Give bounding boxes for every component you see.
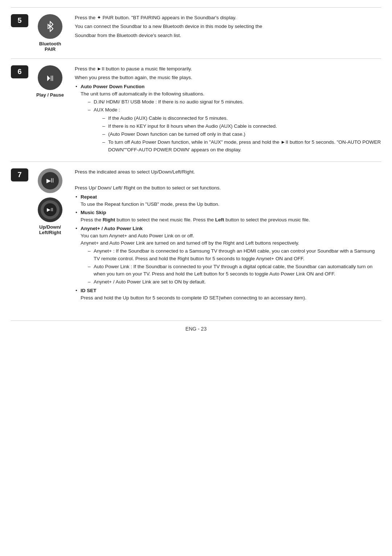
- section-number-5: 5: [11, 14, 28, 27]
- auto-power-subs: D.IN/ HDMI/ BT/ USB Mode : If there is n…: [86, 98, 381, 154]
- section-icon-6: ⏯ Play / Pause: [32, 65, 68, 155]
- updown-label: Up/Down/ Left/Right: [39, 224, 61, 235]
- section-6: 6 ⏯ Play / Pause Press the ►II button to…: [11, 58, 381, 162]
- anynet-sub3: Anynet+ / Auto Power Link are set to ON …: [86, 278, 381, 286]
- section-5-content: Press the ✦ PAIR button. "BT PAIRING app…: [75, 14, 381, 52]
- playpause-label: Play / Pause: [36, 92, 64, 98]
- footer-text: ENG - 23: [185, 326, 207, 332]
- section7-bullets: Repeat To use the Repeat function in "US…: [75, 193, 381, 302]
- updown-second-row: ▶II: [38, 197, 62, 222]
- repeat-text: To use the Repeat function in "USB" mode…: [81, 201, 220, 207]
- section-5: 5 Bluetooth PAIR Press the ✦ PAIR button…: [11, 7, 381, 58]
- disc-core: ▶II: [44, 203, 57, 216]
- sub-din: D.IN/ HDMI/ BT/ USB Mode : If there is n…: [86, 98, 381, 106]
- disc-symbol: ▶II: [47, 207, 53, 212]
- anynet-subs: Anynet+ : If the Soundbar is connected t…: [86, 248, 381, 286]
- playpause-symbol: ⏯: [45, 72, 55, 83]
- subsub-key: If there is no KEY input for 8 hours whe…: [101, 123, 381, 130]
- bullet-label: Auto Power Down Function: [81, 84, 144, 89]
- bullet-anynet: Anynet+ / Auto Power Link You can turn A…: [75, 225, 381, 286]
- section-6-content: Press the ►II button to pause a music fi…: [75, 65, 381, 155]
- idset-text: Press and hold the Up button for 5 secon…: [81, 295, 306, 301]
- subsub-turn-off: To turn off Auto Power Down function, wh…: [101, 139, 381, 154]
- section5-text3: Soundbar from the Bluetooth device's sea…: [75, 32, 381, 39]
- bullet-music-skip: Music Skip Press the Right button to sel…: [75, 209, 381, 224]
- section6-bullets: Auto Power Down Function The unit turns …: [75, 83, 381, 154]
- anynet-sub2: Auto Power Link : If the Soundbar is con…: [86, 263, 381, 278]
- outer-circle: ▶II: [38, 168, 62, 193]
- bluetooth-pair-label: Bluetooth PAIR: [39, 41, 61, 52]
- inner-play-symbol: ▶II: [46, 177, 54, 184]
- section-number-7: 7: [11, 168, 28, 181]
- anynet-text1: You can turn Anynet+ and Auto Power Link…: [81, 233, 194, 238]
- anynet-text2: Anynet+ and Auto Power Link are turned o…: [81, 240, 299, 246]
- music-skip-text: Press the Right button to select the nex…: [81, 217, 310, 222]
- anynet-label: Anynet+ / Auto Power Link: [81, 226, 143, 231]
- updown-icons-row: ▶II: [38, 168, 62, 193]
- section6-intro2: When you press the button again, the mus…: [75, 74, 381, 81]
- sub-aux: AUX Mode : If the Audio (AUX) Cable is d…: [86, 106, 381, 154]
- bullet-id-set: ID SET Press and hold the Up button for …: [75, 287, 381, 302]
- section5-text2: You can connect the Soundbar to a new Bl…: [75, 23, 381, 30]
- auto-power-text: The unit turns off automatically in the …: [81, 91, 204, 97]
- disc-inner: ▶II: [41, 200, 60, 219]
- aux-subsubs: If the Audio (AUX) Cable is disconnected…: [101, 115, 381, 154]
- bluetooth-svg: [44, 21, 56, 32]
- bullet-auto-power-down: Auto Power Down Function The unit turns …: [75, 83, 381, 154]
- section-7: 7 ▶II ▶II Up/Down/ Left/Right: [11, 162, 381, 310]
- section-number-6: 6: [11, 65, 28, 78]
- subsub-cable: If the Audio (AUX) Cable is disconnected…: [101, 115, 381, 122]
- anynet-sub1: Anynet+ : If the Soundbar is connected t…: [86, 248, 381, 262]
- section7-press: Press Up/ Down/ Left/ Right on the butto…: [75, 184, 381, 192]
- section-7-content: Press the indicated areas to select Up/D…: [75, 168, 381, 303]
- page-footer: ENG - 23: [11, 320, 381, 332]
- section6-intro1: Press the ►II button to pause a music fi…: [75, 65, 381, 73]
- disc-outer: ▶II: [38, 197, 62, 222]
- bluetooth-pair-icon: [38, 14, 62, 39]
- bullet-repeat: Repeat To use the Repeat function in "US…: [75, 193, 381, 208]
- music-skip-label: Music Skip: [81, 210, 106, 215]
- section-icon-7: ▶II ▶II Up/Down/ Left/Right: [32, 168, 68, 303]
- idset-label: ID SET: [81, 288, 97, 293]
- inner-circle: ▶II: [41, 172, 59, 189]
- section-icon-5: Bluetooth PAIR: [32, 14, 68, 52]
- section7-indicated: Press the indicated areas to select Up/D…: [75, 168, 381, 176]
- playpause-icon: ⏯: [38, 65, 62, 90]
- subsub-note: (Auto Power Down function can be turned …: [101, 131, 381, 138]
- repeat-label: Repeat: [81, 194, 97, 200]
- section5-text1: Press the ✦ PAIR button. "BT PAIRING app…: [75, 14, 381, 21]
